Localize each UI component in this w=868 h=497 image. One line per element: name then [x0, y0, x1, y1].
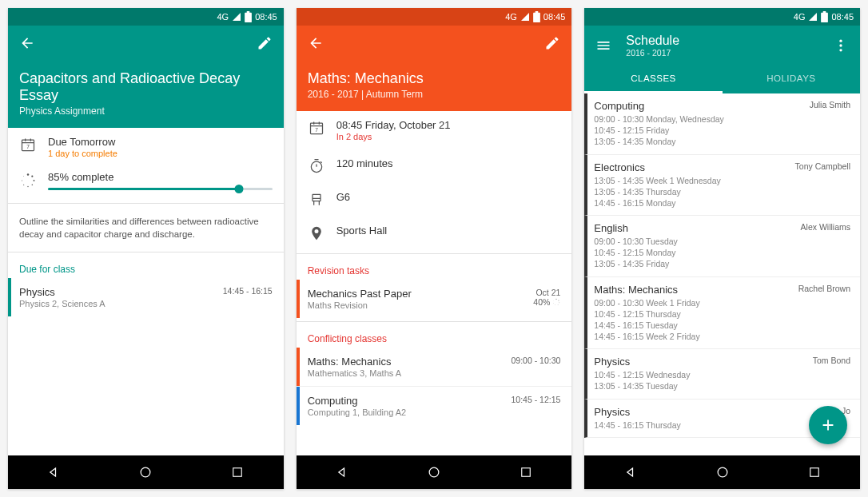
due-row: 7 Due Tomorrow 1 day to complete [8, 128, 284, 166]
app-bar [297, 26, 572, 61]
section-conflicts: Conflicting classes [297, 325, 572, 348]
svg-point-18 [558, 304, 559, 305]
nav-home-icon[interactable] [137, 463, 154, 481]
schedule-item-title: Computing [594, 100, 809, 112]
schedule-item-line: 14:45 - 16:15 Week 2 Friday [594, 331, 798, 342]
content-scroll[interactable]: 7 08:45 Friday, October 21 In 2 days 120… [297, 111, 572, 455]
menu-icon[interactable] [595, 38, 611, 54]
schedule-item-line: 10:45 - 12:15 Friday [594, 125, 809, 136]
hero-class: Maths: Mechanics 2016 - 2017 | Autumn Te… [297, 61, 572, 111]
class-sub: Physics 2, Sciences A [19, 299, 223, 308]
revision-pct: 40% [533, 297, 550, 307]
schedule-item-teacher: Tom Bond [813, 356, 850, 392]
svg-point-10 [141, 467, 150, 477]
schedule-item-teacher: Tony Campbell [795, 161, 850, 209]
nav-back-icon[interactable] [45, 463, 62, 481]
nav-recent-icon[interactable] [229, 463, 246, 481]
revision-date: Oct 21 [533, 288, 560, 297]
app-bar: Schedule 2016 - 2017 [584, 26, 860, 66]
battery-icon [533, 11, 540, 22]
svg-text:7: 7 [26, 144, 30, 149]
due-warning: 1 day to complete [48, 149, 273, 158]
assignment-title: Capacitors and Radioactive Decay Essay [19, 70, 273, 104]
conflict-title: Computing [308, 395, 512, 407]
schedule-item-line: 13:05 - 14:35 Tuesday [594, 380, 812, 392]
countdown-value: In 2 days [336, 132, 561, 141]
class-time: 14:45 - 16:15 [223, 286, 273, 308]
svg-point-15 [556, 299, 557, 300]
schedule-item-title: Electronics [594, 161, 794, 173]
svg-point-14 [311, 161, 321, 172]
progress-icon [552, 298, 560, 306]
hero-assignment: Capacitors and Radioactive Decay Essay P… [8, 61, 284, 128]
add-button[interactable] [809, 406, 847, 444]
revision-title: Mechanics Past Paper [308, 288, 534, 300]
clock-label: 08:45 [831, 12, 854, 22]
status-bar: 4G 08:45 [8, 8, 284, 26]
svg-point-16 [559, 300, 559, 300]
assignment-description: Outline the similarities and differences… [8, 207, 284, 248]
schedule-list[interactable]: Computing09:00 - 10:30 Monday, Wednesday… [584, 93, 860, 455]
conflict-item[interactable]: Maths: Mechanics Mathematics 3, Maths A … [297, 348, 572, 386]
nav-back-icon[interactable] [622, 463, 639, 481]
conflict-title: Maths: Mechanics [308, 356, 512, 368]
svg-point-19 [555, 304, 556, 305]
nav-recent-icon[interactable] [806, 463, 823, 481]
plus-icon [819, 416, 837, 434]
progress-slider[interactable] [48, 188, 273, 190]
schedule-item-line: 13:05 - 14:35 Friday [594, 258, 800, 269]
schedule-item-title: English [594, 222, 800, 234]
screen-class-detail: 4G 08:45 Maths: Mechanics 2016 - 2017 | … [297, 8, 572, 489]
svg-point-24 [839, 40, 842, 42]
duration-row: 120 minutes [297, 149, 572, 183]
svg-rect-11 [233, 468, 242, 477]
schedule-item-title: Maths: Mechanics [594, 284, 798, 296]
status-bar: 4G 08:45 [584, 8, 860, 26]
class-item[interactable]: Physics Physics 2, Sciences A 14:45 - 16… [8, 278, 284, 316]
signal-icon [520, 12, 530, 22]
app-bar [8, 26, 284, 61]
back-icon[interactable] [308, 35, 324, 51]
schedule-item-line: 09:00 - 10:30 Tuesday [594, 236, 800, 247]
schedule-item-line: 13:05 - 14:35 Week 1 Wednesday [594, 175, 794, 186]
page-title: Schedule [626, 34, 833, 48]
conflict-time: 09:00 - 10:30 [511, 356, 560, 378]
page-subtitle: 2016 - 2017 [626, 48, 833, 58]
calendar-icon: 7 [308, 119, 325, 137]
tab-holidays[interactable]: HOLIDAYS [723, 66, 860, 93]
back-icon[interactable] [19, 35, 35, 51]
nav-recent-icon[interactable] [517, 463, 535, 481]
schedule-item[interactable]: Computing09:00 - 10:30 Monday, Wednesday… [584, 93, 860, 155]
clock-label: 08:45 [543, 12, 566, 22]
class-subtitle: 2016 - 2017 | Autumn Term [308, 89, 561, 100]
schedule-item[interactable]: Physics10:45 - 12:15 Wednesday13:05 - 14… [584, 349, 860, 399]
svg-point-9 [23, 176, 24, 177]
schedule-item[interactable]: Electronics13:05 - 14:35 Week 1 Wednesda… [584, 155, 860, 217]
svg-point-3 [31, 176, 33, 177]
schedule-item-line: 14:45 - 16:15 Monday [594, 197, 794, 209]
svg-point-22 [429, 467, 439, 477]
more-icon[interactable] [833, 38, 849, 54]
schedule-item[interactable]: Maths: Mechanics09:00 - 10:30 Week 1 Fri… [584, 277, 860, 350]
conflict-sub: Computing 1, Building A2 [308, 408, 512, 417]
edit-icon[interactable] [257, 35, 273, 51]
svg-point-4 [34, 180, 35, 181]
conflict-item[interactable]: Computing Computing 1, Building A2 10:45… [297, 387, 572, 425]
location-row: Sports Hall [297, 217, 572, 250]
schedule-item-line: 10:45 - 12:15 Thursday [594, 308, 798, 320]
edit-icon[interactable] [544, 35, 560, 51]
revision-task-item[interactable]: Mechanics Past Paper Maths Revision Oct … [297, 280, 572, 318]
calendar-icon: 7 [19, 136, 37, 153]
content-scroll[interactable]: 7 Due Tomorrow 1 day to complete 85% com… [8, 128, 284, 455]
tab-classes[interactable]: CLASSES [584, 66, 722, 93]
room-value: G6 [336, 191, 561, 203]
schedule-item[interactable]: English09:00 - 10:30 Tuesday10:45 - 12:1… [584, 216, 860, 277]
nav-home-icon[interactable] [425, 463, 443, 481]
svg-text:7: 7 [315, 127, 318, 133]
android-navbar [584, 455, 860, 489]
nav-home-icon[interactable] [714, 463, 731, 481]
nav-back-icon[interactable] [333, 463, 351, 481]
network-label: 4G [794, 12, 806, 22]
stopwatch-icon [308, 157, 325, 175]
battery-icon [245, 11, 252, 22]
